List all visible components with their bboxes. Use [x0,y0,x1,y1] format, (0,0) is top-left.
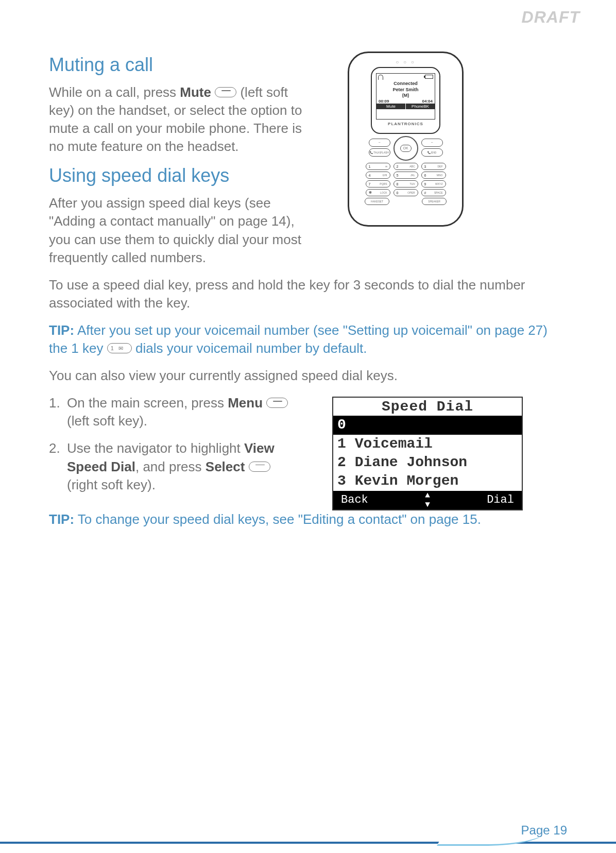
select-label: Select [206,459,245,474]
phone-right-softkeys: − 📞 END [421,139,443,158]
phone-softkey-phonebk: PhoneBK [406,104,435,109]
speaker-button: SPEAKER [422,198,447,205]
phone-key-6: 6MNO [421,172,446,179]
phone-key-7: 7PQRS [366,180,390,187]
text-fragment: , and press [135,459,206,474]
menu-label: Menu [228,395,263,411]
phone-dpad: OK [393,136,418,161]
phone-key-8: 8TUV [393,180,418,187]
speed-dial-entry-0: 0 [333,416,522,434]
muting-section: Muting a call While on a call, press Mut… [49,49,567,276]
page-content: Muting a call While on a call, press Mut… [0,0,616,528]
phone-bottom-row: HANDSET SPEAKER [349,198,462,205]
phone-key-hash: #SPACE [421,189,446,196]
phone-end-key: 📞 END [421,148,443,157]
mute-label: Mute [180,84,211,100]
text-fragment: To change your speed dial keys, see "Edi… [74,511,481,527]
phone-nav-row: − 📞 TALK|FLASH OK − 📞 END [349,136,462,161]
phone-keypad: 1✉ 2ABC 3DEF 4GHI 5JKL 6MNO 7PQRS 8TUV 9… [349,163,462,196]
phone-screen-line2: Peter Smith [377,87,435,93]
phone-status-bar [377,74,435,81]
phone-right-soft-upper: − [421,139,443,147]
dial-softkey: Dial [487,493,514,506]
phone-key-4: 4GHI [366,172,390,179]
phone-ok-button: OK [400,145,412,152]
steps-section: On the main screen, press Menu (left sof… [49,394,567,510]
speed-dial-entry-2: 2 Diane Johnson [333,453,522,472]
softkey-icon [266,398,288,408]
call-time-right: 04:04 [422,99,433,104]
text-fragment: While on a call, press [49,84,180,100]
speed-dial-title: Speed Dial [333,398,522,416]
phone-softkey-mute: Mute [377,104,406,109]
steps-list: On the main screen, press Menu (left sof… [49,394,317,503]
back-softkey: Back [341,493,368,506]
tip-voicemail: TIP: After you set up your voicemail num… [49,321,567,357]
phone-key-1: 1✉ [366,163,390,170]
key-1-icon: 1 ✉ [107,343,132,353]
speed-dial-softkeys: Back ▲▼ Dial [333,491,522,509]
phone-left-soft-upper: − [369,139,390,147]
tip-edit-contact: TIP: To change your speed dial keys, see… [49,510,567,528]
nav-arrows-icon: ▲▼ [425,491,430,509]
phone-key-3: 3DEF [421,163,446,170]
call-time-left: 00:09 [379,99,389,104]
phone-key-0: 0OPER [393,189,418,196]
handset-button: HANDSET [365,198,389,205]
phone-key-9: 9WXYZ [421,180,446,187]
softkey-icon [215,87,236,97]
phone-screen-times: 00:09 04:04 [377,99,435,104]
battery-icon [425,75,433,79]
step-1: On the main screen, press Menu (left sof… [49,394,317,430]
phone-key-star: ✱LOCK [366,189,390,196]
phone-screen-line1: Connected [377,81,435,87]
phone-speaker-dots: ○ ○ ○ [349,53,462,65]
muting-body: While on a call, press Mute (left soft k… [49,83,317,156]
page-footer: Page 19 [0,827,616,853]
text-fragment: On the main screen, press [67,395,228,411]
softkey-icon [249,462,270,472]
speed-dial-heading: Using speed dial keys [49,165,317,186]
tip-label: TIP: [49,511,74,527]
phone-key-2: 2ABC [393,163,418,170]
speed-p1: After you assign speed dial keys (see "A… [49,194,317,266]
text-fragment: Use the navigator to highlight [67,440,244,456]
phone-key-5: 5JKL [393,172,418,179]
speed-dial-entry-3: 3 Kevin Morgen [333,472,522,490]
text-fragment: (right soft key). [67,477,156,492]
step-2: Use the navigator to highlight View Spee… [49,439,317,493]
speed-dial-entry-1: 1 Voicemail [333,435,522,453]
phone-softkey-bar: Mute PhoneBK [377,104,435,109]
speed-p2: To use a speed dial key, press and hold … [49,276,567,312]
tip-label: TIP: [49,322,74,338]
phone-screen-line3: (M) [377,93,435,99]
footer-swoosh [0,842,616,844]
phone-left-softkeys: − 📞 TALK|FLASH [369,139,390,158]
phone-illustration: ○ ○ ○ Connected Peter Smith (M) 00:09 04… [348,52,464,227]
text-fragment: (left soft key). [67,413,147,429]
draft-watermark: DRAFT [522,8,580,27]
phone-screen: Connected Peter Smith (M) 00:09 04:04 Mu… [376,73,435,120]
phone-brand: PLANTRONICS [376,120,435,126]
phone-talk-flash-key: 📞 TALK|FLASH [369,148,390,157]
headset-icon [378,75,383,80]
muting-text-column: Muting a call While on a call, press Mut… [49,49,317,276]
page-number: Page 19 [511,823,567,838]
text-fragment: dials your voicemail number by default. [132,340,367,356]
speed-p3: You can also view your currently assigne… [49,367,567,385]
speed-dial-screenshot: Speed Dial 0 1 Voicemail 2 Diane Johnson… [332,397,523,510]
muting-heading: Muting a call [49,54,317,76]
phone-screen-frame: Connected Peter Smith (M) 00:09 04:04 Mu… [371,67,440,134]
